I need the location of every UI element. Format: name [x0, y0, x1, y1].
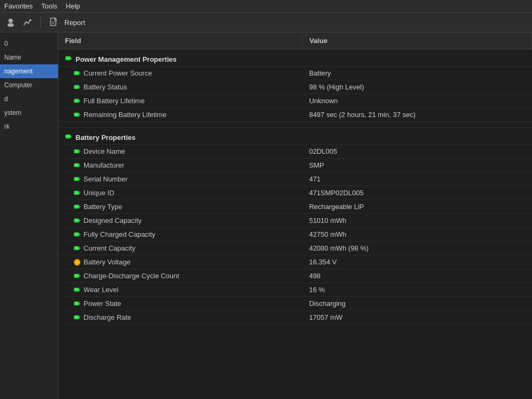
toolbar: Report: [0, 13, 532, 32]
field-value: Discharging: [303, 297, 532, 311]
field-value: Unknown: [303, 94, 532, 108]
sidebar: 0 Name nagement Computer d ystem rk: [0, 32, 59, 399]
field-value: 51010 mWh: [303, 214, 532, 228]
field-label: Discharge Rate: [84, 313, 131, 321]
svg-point-1: [7, 23, 14, 27]
table-row: Power State Discharging: [59, 297, 532, 311]
menu-help[interactable]: Help: [66, 2, 80, 10]
field-value: 42750 mWh: [303, 228, 532, 242]
col-field: Field: [59, 32, 303, 49]
field-label: Charge-Discharge Cycle Count: [84, 272, 179, 280]
field-value: 98 % (High Level): [303, 80, 532, 94]
section-power-management: Power Management Properties: [59, 49, 532, 66]
battery-leaf-icon: [73, 272, 81, 280]
field-label: Current Power Source: [84, 69, 152, 77]
data-table: Field Value Power Management Properties: [59, 32, 532, 325]
table-row: Manufacturer SMP: [59, 159, 532, 172]
field-label: Fully Charged Capacity: [84, 230, 155, 238]
table-row: ⚡ Battery Voltage 16.354 V: [59, 255, 532, 269]
table-row: Current Capacity 42080 mWh (98 %): [59, 242, 532, 255]
field-value: Rechargeable LiP: [303, 200, 532, 214]
svg-rect-27: [79, 164, 80, 166]
content-area: Field Value Power Management Properties: [59, 32, 532, 399]
svg-rect-36: [79, 206, 80, 207]
svg-rect-53: [79, 289, 80, 290]
field-value: 471: [303, 172, 532, 186]
field-label: Device Name: [84, 147, 125, 155]
table-row: Discharge Rate 17057 mW: [59, 311, 532, 325]
svg-rect-6: [71, 58, 72, 60]
svg-rect-45: [79, 247, 80, 249]
svg-rect-18: [79, 114, 80, 115]
section-label: Power Management Properties: [76, 55, 177, 63]
svg-point-0: [9, 19, 13, 23]
toolbar-separator: [40, 17, 41, 28]
menubar: Favorites Tools Help: [0, 0, 532, 13]
sidebar-item-rk[interactable]: rk: [0, 120, 58, 134]
svg-rect-12: [79, 86, 80, 88]
field-value: 16 %: [303, 283, 532, 297]
field-value: SMP: [303, 159, 532, 172]
table-row: Battery Status 98 % (High Level): [59, 80, 532, 94]
battery-leaf-icon: [73, 217, 81, 225]
field-value: 471SMP02DL005: [303, 186, 532, 200]
battery-leaf-icon: [73, 286, 81, 294]
sidebar-item-computer[interactable]: Computer: [0, 78, 58, 92]
field-value: 42080 mWh (98 %): [303, 242, 532, 255]
table-row: Serial Number 471: [59, 172, 532, 186]
svg-rect-33: [79, 192, 80, 194]
svg-rect-42: [79, 234, 80, 235]
table-row: Full Battery Lifetime Unknown: [59, 94, 532, 108]
document-icon[interactable]: [47, 16, 60, 29]
person-icon[interactable]: [4, 16, 17, 29]
col-value: Value: [303, 32, 532, 49]
svg-rect-59: [79, 317, 80, 318]
menu-favorites[interactable]: Favorites: [4, 2, 32, 10]
field-label: Serial Number: [84, 175, 128, 183]
table-row: Device Name 02DL005: [59, 145, 532, 159]
svg-rect-56: [79, 303, 80, 304]
field-label: Manufacturer: [84, 161, 124, 169]
section-battery-properties: Battery Properties: [59, 128, 532, 145]
sidebar-item-system[interactable]: ystem: [0, 106, 58, 120]
svg-rect-30: [79, 178, 80, 180]
section-icon: [65, 55, 72, 64]
table-row: Designed Capacity 51010 mWh: [59, 214, 532, 228]
battery-leaf-icon: [73, 97, 81, 105]
field-label: Battery Voltage: [84, 258, 130, 266]
field-value: 02DL005: [303, 145, 532, 159]
field-value: 16.354 V: [303, 255, 532, 269]
field-label: Battery Status: [84, 83, 127, 91]
field-value: 8497 sec (2 hours, 21 min, 37 sec): [303, 108, 532, 122]
table-row: Battery Type Rechargeable LiP: [59, 200, 532, 214]
table-row: Current Power Source Battery: [59, 66, 532, 80]
sidebar-item-d[interactable]: d: [0, 92, 58, 106]
battery-leaf-icon: [73, 70, 81, 77]
field-value: 498: [303, 269, 532, 283]
battery-leaf-icon: [73, 300, 81, 307]
report-label: Report: [64, 19, 85, 27]
field-label: Unique ID: [84, 189, 114, 197]
field-label: Designed Capacity: [84, 217, 142, 225]
sidebar-item-name[interactable]: Name: [0, 51, 58, 64]
field-label: Power State: [84, 300, 121, 307]
sidebar-item-management[interactable]: nagement: [0, 64, 58, 78]
svg-rect-39: [79, 220, 80, 221]
sidebar-item-0[interactable]: 0: [0, 37, 58, 51]
battery-leaf-icon: [73, 231, 81, 238]
chart-icon[interactable]: [21, 16, 34, 29]
battery-leaf-icon: [73, 148, 81, 155]
section-icon: [65, 133, 72, 142]
svg-rect-15: [79, 100, 80, 102]
field-label: Remaining Battery Lifetime: [84, 111, 167, 119]
battery-leaf-icon: [73, 189, 81, 197]
battery-leaf-icon: [73, 203, 81, 211]
battery-leaf-icon: [73, 111, 81, 119]
table-row: Unique ID 471SMP02DL005: [59, 186, 532, 200]
menu-tools[interactable]: Tools: [41, 2, 57, 10]
table-row: Fully Charged Capacity 42750 mWh: [59, 228, 532, 242]
table-row: Remaining Battery Lifetime 8497 sec (2 h…: [59, 108, 532, 122]
field-label: Current Capacity: [84, 244, 136, 252]
svg-text:⚡: ⚡: [74, 259, 81, 266]
table-row: Charge-Discharge Cycle Count 498: [59, 269, 532, 283]
